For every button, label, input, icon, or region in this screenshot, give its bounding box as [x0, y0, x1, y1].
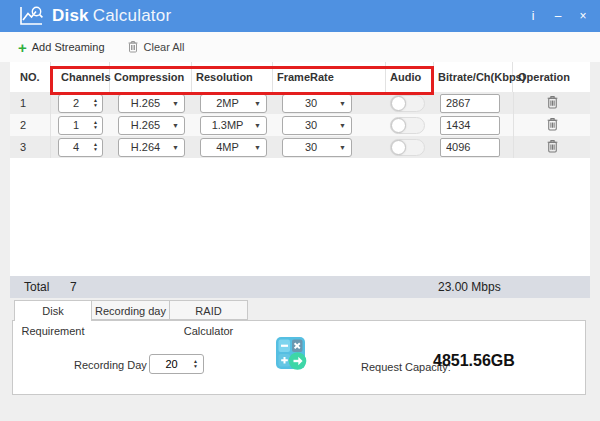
stepper-arrows-icon[interactable]: ▲▼ — [93, 120, 98, 130]
trash-icon — [127, 40, 139, 55]
plus-icon: + — [18, 41, 27, 54]
chevron-down-icon: ▼ — [339, 122, 346, 129]
chevron-down-icon: ▼ — [339, 100, 346, 107]
total-bar: Total 7 23.00 Mbps — [10, 276, 590, 298]
request-capacity-value: 4851.56GB — [433, 352, 515, 370]
calculator-icon — [276, 337, 307, 375]
compression-value: H.265 — [119, 97, 172, 109]
audio-toggle[interactable] — [390, 117, 425, 134]
header-resolution: Resolution — [192, 62, 273, 92]
row-number: 1 — [10, 92, 51, 114]
compression-value: H.264 — [119, 141, 172, 153]
table-empty-area — [10, 158, 590, 276]
resolution-value: 2MP — [201, 97, 254, 109]
chevron-down-icon: ▼ — [254, 100, 261, 107]
resolution-select[interactable]: 1.3MP ▼ — [200, 116, 267, 135]
chevron-down-icon: ▼ — [254, 122, 261, 129]
tab-recording-day[interactable]: Recording day — [92, 300, 170, 320]
resolution-value: 1.3MP — [201, 119, 254, 131]
window-controls: i – × — [528, 10, 600, 22]
add-streaming-label: Add Streaming — [32, 41, 105, 53]
bitrate-input[interactable] — [440, 94, 500, 113]
bitrate-input[interactable] — [440, 138, 500, 157]
delete-row-button[interactable] — [546, 139, 559, 155]
delete-row-button[interactable] — [546, 117, 559, 133]
compression-select[interactable]: H.264 ▼ — [118, 138, 185, 157]
delete-row-button[interactable] — [546, 95, 559, 111]
recording-day-stepper[interactable]: 20 ▲▼ — [149, 354, 204, 374]
table-header: NO. Channels Compression Resolution Fram… — [10, 62, 590, 92]
clear-all-button[interactable]: Clear All — [127, 40, 185, 55]
framerate-value: 30 — [283, 119, 339, 131]
header-no: NO. — [10, 62, 51, 92]
chevron-down-icon: ▼ — [339, 144, 346, 151]
total-channels: 7 — [70, 280, 77, 294]
header-operation: Operation — [513, 62, 590, 92]
toolbar: + Add Streaming Clear All — [0, 32, 600, 62]
table-row: 1 2 ▲▼ H.265 ▼ 2MP ▼ — [10, 92, 590, 114]
header-bitrate: Bitrate/Ch(Kbps) — [434, 62, 513, 92]
row-number: 3 — [10, 136, 51, 158]
app-title-bold: Disk — [52, 6, 89, 25]
recording-day-value: 20 — [150, 358, 193, 370]
framerate-select[interactable]: 30 ▼ — [282, 138, 352, 157]
row-number: 2 — [10, 114, 51, 136]
chevron-down-icon: ▼ — [172, 100, 179, 107]
minimize-button[interactable]: – — [553, 10, 563, 22]
close-button[interactable]: × — [578, 10, 588, 22]
stepper-arrows-icon[interactable]: ▲▼ — [93, 142, 98, 152]
tab-strip: Disk Requirement Recording day RAID Calc… — [12, 300, 588, 321]
header-framerate: FrameRate — [273, 62, 386, 92]
toggle-knob — [391, 140, 406, 155]
channels-value: 2 — [59, 97, 93, 109]
toggle-knob — [391, 118, 406, 133]
app-window: DiskCalculator i – × + Add Streaming Cle… — [0, 0, 600, 421]
stepper-arrows-icon[interactable]: ▲▼ — [193, 359, 198, 369]
header-audio: Audio — [386, 62, 434, 92]
audio-toggle[interactable] — [390, 95, 425, 112]
table-row: 2 1 ▲▼ H.265 ▼ 1.3MP ▼ — [10, 114, 590, 136]
add-streaming-button[interactable]: + Add Streaming — [18, 41, 105, 54]
channels-stepper[interactable]: 4 ▲▼ — [58, 138, 103, 157]
compression-value: H.265 — [119, 119, 172, 131]
header-channels: Channels — [51, 62, 110, 92]
tab-raid-calculator[interactable]: RAID Calculator — [170, 300, 248, 320]
total-label: Total — [24, 280, 49, 294]
framerate-value: 30 — [283, 97, 339, 109]
channels-value: 4 — [59, 141, 93, 153]
toggle-knob — [391, 96, 406, 111]
stepper-arrows-icon[interactable]: ▲▼ — [93, 98, 98, 108]
app-title: DiskCalculator — [52, 6, 171, 26]
clear-all-label: Clear All — [144, 41, 185, 53]
compression-select[interactable]: H.265 ▼ — [118, 116, 185, 135]
resolution-select[interactable]: 4MP ▼ — [200, 138, 267, 157]
framerate-select[interactable]: 30 ▼ — [282, 116, 352, 135]
total-bandwidth: 23.00 Mbps — [438, 280, 501, 294]
header-compression: Compression — [110, 62, 192, 92]
compression-select[interactable]: H.265 ▼ — [118, 94, 185, 113]
audio-toggle[interactable] — [390, 139, 425, 156]
streams-table: NO. Channels Compression Resolution Fram… — [10, 62, 590, 276]
chevron-down-icon: ▼ — [172, 122, 179, 129]
channels-stepper[interactable]: 2 ▲▼ — [58, 94, 103, 113]
framerate-select[interactable]: 30 ▼ — [282, 94, 352, 113]
recording-day-label: Recording Day — [74, 359, 147, 371]
channels-value: 1 — [59, 119, 93, 131]
chevron-down-icon: ▼ — [254, 144, 261, 151]
info-button[interactable]: i — [528, 10, 538, 22]
framerate-value: 30 — [283, 141, 339, 153]
disk-requirement-panel: Recording Day 20 ▲▼ Request Capacity: 48… — [12, 320, 586, 395]
table-row: 3 4 ▲▼ H.264 ▼ 4MP ▼ — [10, 136, 590, 158]
resolution-select[interactable]: 2MP ▼ — [200, 94, 267, 113]
chevron-down-icon: ▼ — [172, 144, 179, 151]
resolution-value: 4MP — [201, 141, 254, 153]
app-title-light: Calculator — [93, 6, 172, 25]
channels-stepper[interactable]: 1 ▲▼ — [58, 116, 103, 135]
titlebar: DiskCalculator i – × — [0, 0, 600, 32]
tab-disk-requirement[interactable]: Disk Requirement — [14, 300, 92, 321]
bitrate-input[interactable] — [440, 116, 500, 135]
chart-magnifier-icon — [18, 5, 44, 27]
